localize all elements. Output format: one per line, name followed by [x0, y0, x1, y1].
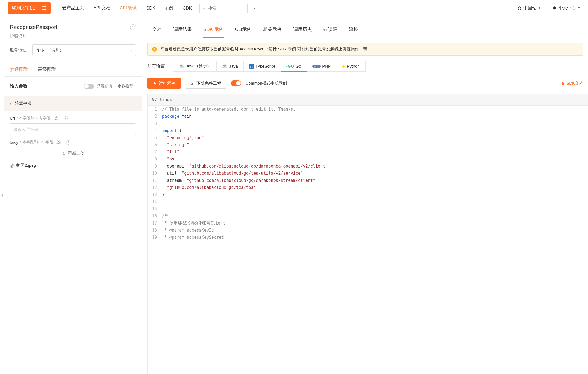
download-button[interactable]: 下载完整工程	[185, 78, 226, 89]
code-area[interactable]: 1// This file is auto-generated, don't e…	[147, 106, 588, 374]
left-tab[interactable]: 参数配置	[10, 62, 28, 76]
upload-icon	[62, 151, 66, 155]
region-switcher[interactable]: 中国站 ▼	[517, 5, 541, 11]
mode-toggle[interactable]	[231, 80, 241, 86]
lang-chips: ☕ Java（异步）☕ JavaTS TypeScript-GO Gophp P…	[173, 61, 365, 72]
left-panel: RecognizePassport 护照识别 服务地址: 华东1（杭州） ⌄ 参…	[4, 16, 142, 374]
region-label: 中国站	[523, 5, 536, 11]
globe-icon	[517, 6, 522, 10]
sdk-docs-link[interactable]: SDK文档	[561, 81, 583, 86]
endpoint-row: 服务地址: 华东1（杭州） ⌄	[4, 44, 142, 62]
code-line: 2package main	[148, 113, 588, 120]
sdk-docs-label: SDK文档	[566, 81, 583, 86]
help-icon[interactable]: ?	[64, 116, 68, 120]
code-line: 15	[148, 205, 588, 212]
code-line: 6 "strings"	[148, 141, 588, 148]
lang-chip[interactable]: ☕ Java（异步）	[173, 61, 216, 72]
reupload-label: 重新上传	[68, 151, 84, 156]
warning-icon: !	[152, 47, 157, 52]
more-icon[interactable]: ⋯	[254, 5, 259, 11]
nav-item[interactable]: 云产品主页	[62, 0, 84, 16]
top-nav: 云产品主页API 文档API 调试SDK示例CDK	[62, 0, 192, 16]
code-line: 13)	[148, 191, 588, 198]
right-tab[interactable]: SDK 示例	[203, 23, 224, 38]
lang-chip[interactable]: ☕ Java	[216, 61, 243, 72]
lang-chip[interactable]: -GO Go	[281, 61, 307, 72]
download-label: 下载完整工程	[196, 81, 221, 86]
user-center-label: 个人中心	[558, 5, 576, 11]
api-name: RecognizePassport	[10, 24, 57, 30]
api-desc: 护照识别	[10, 34, 136, 39]
code-line: 17 * 使用AK&SK初始化账号Client	[148, 220, 588, 227]
reupload-button[interactable]: 重新上传	[10, 148, 136, 159]
header-right: 中国站 ▼ 个人中心 ▼	[517, 5, 580, 11]
endpoint-value: 华东1（杭州）	[36, 48, 63, 53]
recommend-button[interactable]: 参数推荐	[115, 82, 136, 90]
top-header: 印刷文字识别 ☰ 云产品主页API 文档API 调试SDK示例CDK ⋯ 中国站…	[0, 0, 588, 16]
code-line: 4import (	[148, 127, 588, 134]
nav-item[interactable]: API 文档	[93, 0, 110, 16]
product-name: 印刷文字识别	[12, 5, 38, 11]
code-line: 7 "fmt"	[148, 148, 588, 156]
left-tabs: 参数配置高级配置	[4, 62, 142, 77]
run-button[interactable]: 运行示例	[147, 78, 181, 89]
endpoint-label: 服务地址:	[10, 48, 27, 53]
file-chip[interactable]: 护照2.jpeg	[10, 163, 136, 168]
params-header: 输入参数 只看必填 参数推荐	[4, 77, 142, 96]
field-body-name: body	[10, 140, 18, 145]
feedback-icon[interactable]	[130, 24, 136, 30]
chevron-down-icon: ⌄	[129, 48, 132, 52]
lang-chip[interactable]: php PHP	[307, 61, 336, 72]
code-header: 97 lines	[147, 94, 588, 106]
warning-text: 平台通过已登录用户信息获取当前账号临时 Access Keys、"运行 SDK …	[160, 47, 367, 52]
nav-item[interactable]: 示例	[164, 0, 173, 16]
left-tab[interactable]: 高级配置	[38, 62, 56, 76]
code-line: 16/**	[148, 212, 588, 220]
lang-chip[interactable]: TS TypeScript	[243, 61, 281, 72]
field-url: Url * 本字段和body字段二选一 ?	[4, 111, 142, 135]
nav-item[interactable]: API 调试	[120, 0, 137, 16]
field-body-hint: * 本字段和URL字段二选一	[20, 140, 64, 145]
right-tab[interactable]: 相关示例	[263, 23, 282, 38]
notice-bar[interactable]: › 注意事项	[4, 96, 142, 111]
run-label: 运行示例	[159, 81, 175, 86]
right-tab[interactable]: 错误码	[323, 23, 337, 38]
code-line: 5 "encoding/json"	[148, 134, 588, 141]
code-line: 11 stream "github.com/alibabacloud-go/da…	[148, 177, 588, 184]
main: RecognizePassport 护照识别 服务地址: 华东1（杭州） ⌄ 参…	[0, 16, 588, 374]
help-icon[interactable]: ?	[66, 140, 70, 145]
code-line: 1// This file is auto-generated, don't e…	[148, 106, 588, 113]
only-required-toggle[interactable]	[84, 84, 94, 89]
lang-chip[interactable]: ◆ Python	[336, 61, 366, 72]
field-body: body * 本字段和URL字段二选一 ? 重新上传 护照2.jpeg	[4, 135, 142, 168]
api-header: RecognizePassport 护照识别	[4, 16, 142, 44]
chevron-right-icon: ›	[10, 101, 11, 106]
endpoint-select[interactable]: 华东1（杭州） ⌄	[32, 44, 136, 56]
mode-label: Common模式生成示例	[246, 81, 287, 86]
user-center[interactable]: 个人中心 ▼	[552, 5, 580, 11]
right-tab[interactable]: 流控	[349, 23, 358, 38]
code-line: 12 "github.com/alibabacloud-go/tea/tea"	[148, 184, 588, 191]
code-line: 8 "os"	[148, 156, 588, 163]
warning-banner: ! 平台通过已登录用户信息获取当前账号临时 Access Keys、"运行 SD…	[147, 43, 583, 56]
chevron-down-icon: ▼	[538, 7, 541, 10]
right-tab[interactable]: 文档	[152, 23, 162, 38]
code-line: 9 openapi "github.com/alibabacloud-go/da…	[148, 163, 588, 170]
bell-icon	[552, 6, 557, 10]
nav-item[interactable]: SDK	[146, 0, 155, 16]
field-url-hint: * 本字段和body字段二选一	[16, 116, 62, 121]
search-input[interactable]	[208, 6, 245, 10]
nav-item[interactable]: CDK	[182, 0, 192, 16]
code-line: 10 util "github.com/alibabacloud-go/tea-…	[148, 170, 588, 177]
code-line: 3	[148, 120, 588, 127]
url-input[interactable]	[10, 123, 136, 135]
right-tab[interactable]: 调用结果	[173, 23, 192, 38]
product-chip[interactable]: 印刷文字识别 ☰	[8, 2, 51, 14]
right-tab[interactable]: CLI示例	[235, 23, 252, 38]
right-tab[interactable]: 调用历史	[293, 23, 312, 38]
lang-label: 所有语言:	[147, 63, 166, 69]
collapse-rail[interactable]	[0, 16, 4, 374]
search-box[interactable]	[199, 3, 248, 13]
right-tabs: 文档调用结果SDK 示例CLI示例相关示例调用历史错误码流控	[142, 16, 588, 38]
language-row: 所有语言: ☕ Java（异步）☕ JavaTS TypeScript-GO G…	[147, 61, 583, 72]
